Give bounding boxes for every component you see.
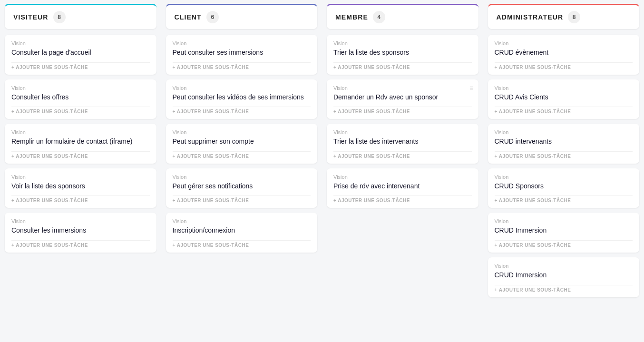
card-label: Vision (495, 263, 633, 269)
card-title: CRUD Immersion (495, 271, 633, 280)
card-label: Vision (333, 174, 472, 180)
card-visiteur-3: VisionVoir la liste des sponsors+ AJOUTE… (5, 168, 156, 208)
card-title: CRUD Avis Cients (495, 93, 633, 102)
card-label: Vision (173, 40, 311, 46)
card-label: Vision (11, 129, 150, 135)
add-subtask-button[interactable]: + AJOUTER UNE SOUS-TÂCHE (173, 107, 311, 114)
add-subtask-button[interactable]: + AJOUTER UNE SOUS-TÂCHE (11, 62, 150, 70)
add-subtask-button[interactable]: + AJOUTER UNE SOUS-TÂCHE (173, 62, 311, 70)
add-subtask-button[interactable]: + AJOUTER UNE SOUS-TÂCHE (173, 195, 311, 203)
card-administrateur-4: VisionCRUD Immersion+ AJOUTER UNE SOUS-T… (488, 213, 640, 253)
add-subtask-button[interactable]: + AJOUTER UNE SOUS-TÂCHE (333, 195, 472, 203)
card-title: Prise de rdv avec intervenant (333, 182, 472, 191)
column-count-membre: 4 (373, 11, 385, 23)
column-visiteur: VISITEUR8VisionConsulter la page d'accue… (0, 0, 161, 306)
card-title: Consulter les offres (11, 93, 150, 102)
card-title: Peut consulter ses immersions (173, 48, 311, 58)
card-label: Vision (333, 129, 472, 135)
card-label: Vision (11, 174, 150, 180)
add-subtask-button[interactable]: + AJOUTER UNE SOUS-TÂCHE (173, 240, 311, 248)
column-header-administrateur: ADMINISTRATEUR8 (488, 4, 640, 29)
column-title-administrateur: ADMINISTRATEUR (497, 13, 564, 21)
card-title: Demander un Rdv avec un sponsor (333, 93, 472, 102)
add-subtask-button[interactable]: + AJOUTER UNE SOUS-TÂCHE (495, 195, 633, 203)
kanban-board: VISITEUR8VisionConsulter la page d'accue… (0, 0, 644, 306)
card-label: Vision (495, 40, 633, 46)
card-title: Inscription/connexion (173, 226, 311, 235)
card-administrateur-3: VisionCRUD Sponsors+ AJOUTER UNE SOUS-TÂ… (488, 168, 640, 208)
column-header-membre: MEMBRE4 (327, 4, 478, 29)
card-membre-2: VisionTrier la liste des intervenants+ A… (327, 124, 478, 164)
card-label: Vision (495, 174, 633, 180)
card-title: Consulter les immersions (11, 226, 150, 235)
card-membre-1: ≡VisionDemander un Rdv avec un sponsor+ … (327, 79, 478, 119)
add-subtask-button[interactable]: + AJOUTER UNE SOUS-TÂCHE (495, 240, 633, 248)
column-header-visiteur: VISITEUR8 (5, 4, 156, 29)
card-administrateur-0: VisionCRUD évènement+ AJOUTER UNE SOUS-T… (488, 35, 640, 75)
card-client-2: VisionPeut supprimer son compte+ AJOUTER… (166, 124, 318, 164)
add-subtask-button[interactable]: + AJOUTER UNE SOUS-TÂCHE (11, 107, 150, 114)
card-membre-0: VisionTrier la liste des sponsors+ AJOUT… (327, 35, 478, 75)
add-subtask-button[interactable]: + AJOUTER UNE SOUS-TÂCHE (333, 62, 472, 70)
card-client-3: VisionPeut gérer ses notifications+ AJOU… (166, 168, 318, 208)
column-administrateur: ADMINISTRATEUR8VisionCRUD évènement+ AJO… (483, 0, 644, 306)
card-title: CRUD évènement (495, 48, 633, 58)
add-subtask-button[interactable]: + AJOUTER UNE SOUS-TÂCHE (333, 107, 472, 114)
card-menu-icon[interactable]: ≡ (469, 84, 473, 92)
card-label: Vision (173, 174, 311, 180)
card-label: Vision (495, 85, 633, 91)
column-title-membre: MEMBRE (335, 13, 368, 21)
card-title: Consulter la page d'accueil (11, 48, 150, 58)
card-title: CRUD intervenants (495, 137, 633, 147)
card-label: Vision (11, 85, 150, 91)
card-title: Peut supprimer son compte (173, 137, 311, 147)
card-visiteur-1: VisionConsulter les offres+ AJOUTER UNE … (5, 79, 156, 119)
card-title: Voir la liste des sponsors (11, 182, 150, 191)
column-title-visiteur: VISITEUR (13, 13, 49, 21)
column-membre: MEMBRE4VisionTrier la liste des sponsors… (322, 0, 483, 306)
card-title: CRUD Immersion (495, 226, 633, 235)
add-subtask-button[interactable]: + AJOUTER UNE SOUS-TÂCHE (495, 151, 633, 159)
column-count-client: 6 (206, 11, 219, 23)
card-title: Trier la liste des intervenants (333, 137, 472, 147)
card-title: Remplir un formulaire de contact (iframe… (11, 137, 150, 147)
card-label: Vision (173, 129, 311, 135)
card-client-4: VisionInscription/connexion+ AJOUTER UNE… (166, 213, 318, 253)
card-administrateur-5: VisionCRUD Immersion+ AJOUTER UNE SOUS-T… (488, 257, 640, 297)
card-membre-3: VisionPrise de rdv avec intervenant+ AJO… (327, 168, 478, 208)
column-title-client: CLIENT (175, 13, 202, 21)
card-label: Vision (173, 218, 311, 224)
card-label: Vision (11, 40, 150, 46)
add-subtask-button[interactable]: + AJOUTER UNE SOUS-TÂCHE (333, 151, 472, 159)
add-subtask-button[interactable]: + AJOUTER UNE SOUS-TÂCHE (11, 195, 150, 203)
column-header-client: CLIENT6 (166, 4, 318, 29)
card-client-1: VisionPeut consulter les vidéos de ses i… (166, 79, 318, 119)
card-title: Peut consulter les vidéos de ses immersi… (173, 93, 311, 102)
column-client: CLIENT6VisionPeut consulter ses immersio… (161, 0, 322, 306)
card-title: Peut gérer ses notifications (173, 182, 311, 191)
add-subtask-button[interactable]: + AJOUTER UNE SOUS-TÂCHE (495, 285, 633, 293)
card-label: Vision (173, 85, 311, 91)
card-visiteur-4: VisionConsulter les immersions+ AJOUTER … (5, 213, 156, 253)
add-subtask-button[interactable]: + AJOUTER UNE SOUS-TÂCHE (173, 151, 311, 159)
card-title: CRUD Sponsors (495, 182, 633, 191)
card-label: Vision (11, 218, 150, 224)
column-count-visiteur: 8 (53, 11, 66, 23)
card-client-0: VisionPeut consulter ses immersions+ AJO… (166, 35, 318, 75)
add-subtask-button[interactable]: + AJOUTER UNE SOUS-TÂCHE (11, 240, 150, 248)
add-subtask-button[interactable]: + AJOUTER UNE SOUS-TÂCHE (495, 107, 633, 114)
add-subtask-button[interactable]: + AJOUTER UNE SOUS-TÂCHE (495, 62, 633, 70)
card-label: Vision (333, 40, 472, 46)
add-subtask-button[interactable]: + AJOUTER UNE SOUS-TÂCHE (11, 151, 150, 159)
card-administrateur-2: VisionCRUD intervenants+ AJOUTER UNE SOU… (488, 124, 640, 164)
column-count-administrateur: 8 (568, 11, 580, 23)
card-visiteur-2: VisionRemplir un formulaire de contact (… (5, 124, 156, 164)
card-administrateur-1: VisionCRUD Avis Cients+ AJOUTER UNE SOUS… (488, 79, 640, 119)
card-title: Trier la liste des sponsors (333, 48, 472, 58)
card-visiteur-0: VisionConsulter la page d'accueil+ AJOUT… (5, 35, 156, 75)
card-label: Vision (495, 129, 633, 135)
card-label: Vision (495, 218, 633, 224)
card-label: Vision (333, 85, 472, 91)
